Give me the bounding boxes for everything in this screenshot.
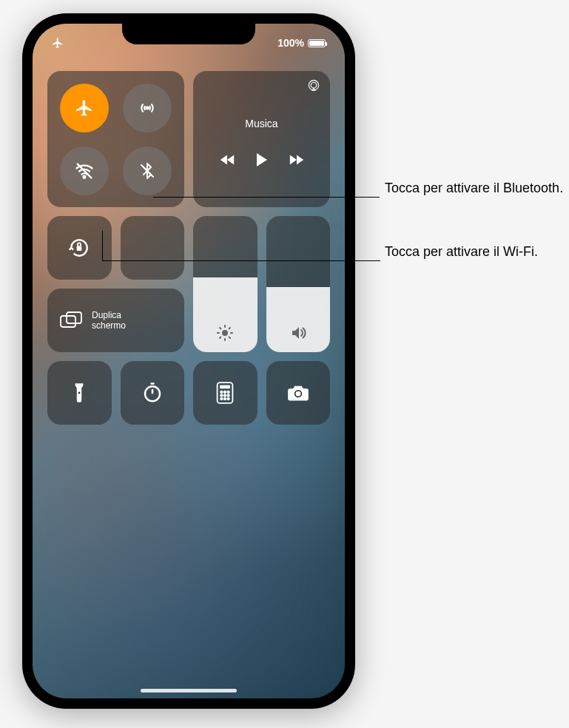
svg-point-28 [224,394,226,397]
battery-icon [308,39,326,47]
svg-point-24 [220,391,223,394]
volume-fill [266,287,331,352]
svg-point-18 [78,392,81,394]
callout-line-wifi [102,260,380,261]
svg-line-14 [220,328,220,328]
svg-line-15 [229,337,230,338]
svg-rect-7 [61,316,75,327]
svg-point-25 [224,391,226,394]
screen-mirroring-button[interactable]: Duplica schermo [47,289,184,352]
svg-point-0 [147,107,149,109]
wifi-toggle[interactable] [60,146,109,195]
airplay-icon[interactable] [306,78,321,93]
svg-point-34 [295,391,300,397]
svg-point-29 [228,394,230,397]
bluetooth-toggle[interactable] [123,146,172,195]
svg-line-16 [220,337,220,338]
svg-point-26 [228,391,230,394]
callout-line-wifi-vert [102,231,103,260]
music-title: Musica [245,118,277,129]
connectivity-module[interactable] [47,71,184,207]
callout-bluetooth: Tocca per attivare il Bluetooth. [385,179,563,197]
notch [122,24,255,44]
svg-point-9 [222,330,228,336]
do-not-disturb-toggle[interactable] [121,216,185,280]
next-track-button[interactable] [289,153,305,166]
camera-button[interactable] [266,361,331,425]
cellular-data-toggle[interactable] [123,84,172,132]
svg-point-32 [228,398,230,400]
control-center: Musica [47,71,330,425]
brightness-slider[interactable] [193,216,257,352]
battery-percent-text: 100% [277,37,304,49]
svg-rect-8 [67,312,81,323]
airplane-mode-toggle[interactable] [60,84,109,132]
callout-wifi: Tocca per attivare il Wi-Fi. [385,243,538,260]
home-indicator[interactable] [141,689,237,692]
timer-button[interactable] [121,361,185,425]
svg-point-31 [224,398,226,400]
svg-rect-6 [77,246,82,251]
previous-track-button[interactable] [219,153,235,166]
svg-point-27 [220,394,223,397]
svg-point-5 [311,82,317,88]
phone-frame: 100% [22,13,355,709]
svg-point-1 [83,175,85,178]
svg-point-30 [220,398,223,400]
screen-mirroring-label: Duplica schermo [92,310,126,331]
airplane-status-icon [52,37,64,49]
calculator-button[interactable] [193,361,257,425]
music-module[interactable]: Musica [193,71,330,207]
volume-icon [289,324,307,342]
media-controls [219,152,305,168]
flashlight-button[interactable] [47,361,112,425]
callout-line-bluetooth [153,197,380,198]
svg-rect-23 [220,385,230,389]
screen-mirroring-icon [59,311,83,330]
screen: 100% [33,24,345,698]
brightness-icon [216,324,234,342]
volume-slider[interactable] [266,216,331,352]
svg-line-17 [229,328,230,328]
play-button[interactable] [255,152,269,168]
